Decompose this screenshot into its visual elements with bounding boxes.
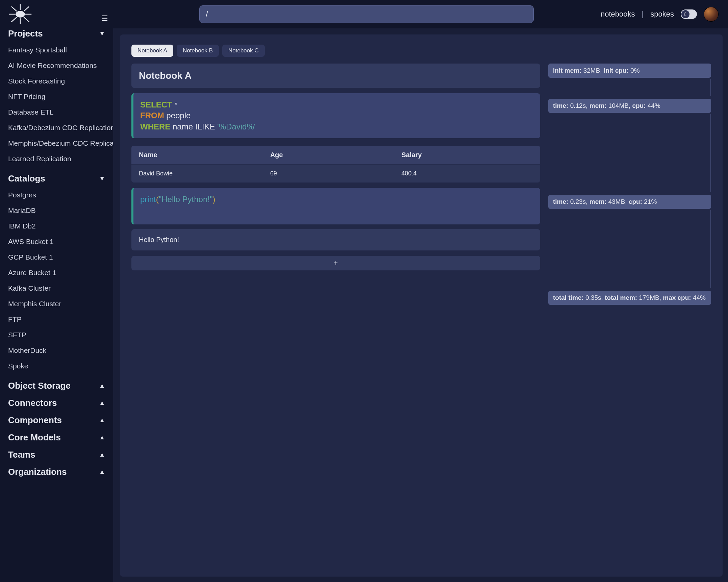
result-table: NameAgeSalaryDavid Bowie69400.4 <box>131 146 540 183</box>
chevron-up-icon: ▲ <box>99 417 105 424</box>
sidebar-item[interactable]: Database ETL <box>8 104 105 120</box>
sidebar-item[interactable]: GCP Bucket 1 <box>8 249 105 265</box>
stats-column: init mem: 32MB, init cpu: 0% time: 0.12s… <box>548 64 711 305</box>
notebook-column: Notebook A SELECT *FROM peopleWHERE name… <box>131 64 540 270</box>
section-head-connectors[interactable]: Connectors▲ <box>8 398 105 408</box>
tab-notebook-a[interactable]: Notebook A <box>131 45 173 57</box>
chevron-down-icon: ▼ <box>99 175 105 182</box>
section-head-object-storage[interactable]: Object Storage▲ <box>8 381 105 391</box>
topnav-spokes[interactable]: spokes <box>650 10 674 19</box>
chevron-up-icon: ▲ <box>99 382 105 389</box>
svg-line-6 <box>24 17 29 22</box>
section-title: Object Storage <box>8 381 71 391</box>
section-title: Catalogs <box>8 173 45 184</box>
section-head-components[interactable]: Components▲ <box>8 415 105 426</box>
topnav-notebooks[interactable]: notebooks <box>601 10 635 19</box>
avatar[interactable] <box>704 7 719 22</box>
cell-stat: time: 0.23s, mem: 43MB, cpu: 21% <box>548 195 711 209</box>
table-cell: David Bowie <box>139 170 270 177</box>
table-cell: 400.4 <box>401 170 533 177</box>
topnav: notebooks | spokes ☾ <box>601 0 719 28</box>
sidebar-item[interactable]: Learned Replication <box>8 151 105 167</box>
sidebar-item[interactable]: SFTP <box>8 327 105 343</box>
chevron-up-icon: ▲ <box>99 468 105 476</box>
python-code-cell[interactable]: print("Hello Python!") <box>131 188 540 224</box>
sidebar-item[interactable]: NFT Pricing <box>8 89 105 104</box>
topnav-divider: | <box>642 10 644 19</box>
chevron-up-icon: ▲ <box>99 434 105 441</box>
section-title: Projects <box>8 28 43 39</box>
svg-point-0 <box>16 11 25 17</box>
section-head-catalogs[interactable]: Catalogs▼ <box>8 173 105 184</box>
sidebar-item[interactable]: AWS Bucket 1 <box>8 234 105 249</box>
notebook-cell: print("Hello Python!")Hello Python! <box>131 188 540 250</box>
sidebar-item[interactable]: Spoke <box>8 358 105 374</box>
tab-notebook-b[interactable]: Notebook B <box>177 45 219 57</box>
chevron-down-icon: ▼ <box>99 30 105 37</box>
svg-line-5 <box>11 6 17 11</box>
sidebar-item[interactable]: IBM Db2 <box>8 218 105 234</box>
notebook-tabs: Notebook ANotebook BNotebook C <box>131 45 711 57</box>
sidebar-item[interactable]: AI Movie Recommendations <box>8 58 105 73</box>
add-cell-button[interactable]: + <box>131 256 540 270</box>
init-chart-slot <box>626 79 711 96</box>
section-head-organizations[interactable]: Organizations▲ <box>8 467 105 477</box>
svg-line-8 <box>11 17 17 22</box>
tab-notebook-c[interactable]: Notebook C <box>222 45 265 57</box>
notebook-cell: SELECT *FROM peopleWHERE name ILIKE '%Da… <box>131 93 540 183</box>
section-title: Organizations <box>8 467 67 477</box>
section-title: Teams <box>8 450 35 460</box>
sidebar-item[interactable]: Azure Bucket 1 <box>8 265 105 281</box>
topbar: ☰ / notebooks | spokes ☾ <box>0 0 728 28</box>
section-title: Core Models <box>8 432 61 443</box>
init-stat: init mem: 32MB, init cpu: 0% <box>548 64 711 78</box>
svg-line-7 <box>24 6 29 11</box>
sidebar: Projects▼Fantasy SportsballAI Movie Reco… <box>0 0 113 582</box>
section-head-core-models[interactable]: Core Models▲ <box>8 432 105 443</box>
sidebar-item[interactable]: Kafka Cluster <box>8 281 105 296</box>
table-row: David Bowie69400.4 <box>131 164 540 183</box>
sidebar-item[interactable]: Memphis Cluster <box>8 296 105 312</box>
chevron-up-icon: ▲ <box>99 451 105 458</box>
section-title: Components <box>8 415 62 426</box>
table-cell: 69 <box>270 170 402 177</box>
cell-stat: time: 0.12s, mem: 104MB, cpu: 44% <box>548 99 711 113</box>
cell-chart-slot <box>626 114 711 192</box>
sidebar-item[interactable]: Fantasy Sportsball <box>8 42 105 58</box>
total-stat: total time: 0.35s, total mem: 179MB, max… <box>548 291 711 305</box>
sidebar-item[interactable]: FTP <box>8 312 105 327</box>
table-header-cell: Age <box>270 151 402 159</box>
search-value: / <box>206 9 208 19</box>
table-header-cell: Name <box>139 151 270 159</box>
section-title: Connectors <box>8 398 57 408</box>
chevron-up-icon: ▲ <box>99 399 105 407</box>
sidebar-item[interactable]: Stock Forecasting <box>8 73 105 89</box>
app-logo[interactable] <box>0 2 41 26</box>
sidebar-item[interactable]: Memphis/Debezium CDC Replication <box>8 136 105 151</box>
cell-output: Hello Python! <box>131 229 540 250</box>
section-items: Fantasy SportsballAI Movie Recommendatio… <box>8 42 105 167</box>
theme-toggle[interactable]: ☾ <box>681 9 697 19</box>
sql-code-cell[interactable]: SELECT *FROM peopleWHERE name ILIKE '%Da… <box>131 93 540 138</box>
section-items: PostgresMariaDBIBM Db2AWS Bucket 1GCP Bu… <box>8 187 105 374</box>
sidebar-item[interactable]: Kafka/Debezium CDC Replication <box>8 120 105 136</box>
moon-icon: ☾ <box>681 10 689 18</box>
sidebar-item[interactable]: MariaDB <box>8 203 105 218</box>
sidebar-item[interactable]: MotherDuck <box>8 343 105 358</box>
main-panel: Notebook ANotebook BNotebook C Notebook … <box>120 34 723 577</box>
main-wrap: Notebook ANotebook BNotebook C Notebook … <box>113 28 728 582</box>
table-header-cell: Salary <box>401 151 533 159</box>
table-header-row: NameAgeSalary <box>131 146 540 164</box>
cell-chart-slot <box>626 210 711 288</box>
notebook-title: Notebook A <box>131 64 540 88</box>
section-head-projects[interactable]: Projects▼ <box>8 28 105 39</box>
search-input[interactable]: / <box>199 5 534 23</box>
section-head-teams[interactable]: Teams▲ <box>8 450 105 460</box>
hamburger-icon[interactable]: ☰ <box>101 14 108 23</box>
sidebar-item[interactable]: Postgres <box>8 187 105 203</box>
